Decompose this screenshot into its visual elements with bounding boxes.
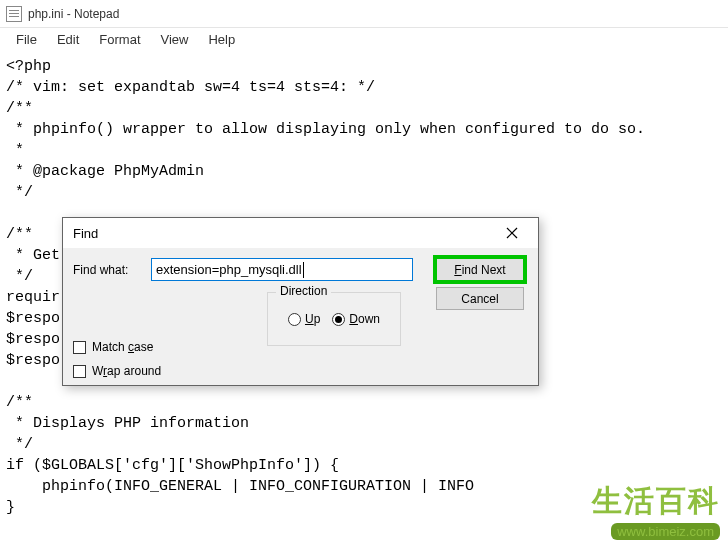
radio-down[interactable]: Down: [332, 312, 380, 326]
find-next-label-rest: ind Next: [462, 263, 506, 277]
notepad-icon: [6, 6, 22, 22]
menu-edit[interactable]: Edit: [47, 30, 89, 49]
close-icon: [506, 227, 518, 239]
direction-groupbox: Direction Up Down: [267, 292, 401, 346]
find-dialog: Find Find what: extension=php_mysqli.dll…: [62, 217, 539, 386]
window-title: php.ini - Notepad: [28, 7, 119, 21]
text-caret: [303, 262, 304, 278]
watermark: 生活百科 www.bimeiz.com: [592, 481, 720, 540]
find-what-label: Find what:: [73, 263, 145, 277]
cancel-button[interactable]: Cancel: [436, 287, 524, 310]
find-what-value: extension=php_mysqli.dll: [156, 262, 302, 277]
window-title-bar: php.ini - Notepad: [0, 0, 728, 28]
menu-view[interactable]: View: [151, 30, 199, 49]
dialog-title-bar[interactable]: Find: [63, 218, 538, 248]
checkbox-wrap-around: [73, 365, 86, 378]
menu-bar: File Edit Format View Help: [0, 28, 728, 52]
direction-label: Direction: [276, 284, 331, 298]
find-what-input[interactable]: extension=php_mysqli.dll: [151, 258, 413, 281]
check-wrap-around[interactable]: Wrap around: [73, 364, 161, 378]
radio-down-indicator: [332, 313, 345, 326]
check-match-case[interactable]: Match case: [73, 340, 161, 354]
menu-file[interactable]: File: [6, 30, 47, 49]
radio-up[interactable]: Up: [288, 312, 320, 326]
watermark-url: www.bimeiz.com: [611, 523, 720, 540]
menu-help[interactable]: Help: [198, 30, 245, 49]
close-button[interactable]: [492, 221, 532, 245]
menu-format[interactable]: Format: [89, 30, 150, 49]
find-next-button[interactable]: Find Next: [436, 258, 524, 281]
checkbox-match-case: [73, 341, 86, 354]
radio-up-indicator: [288, 313, 301, 326]
watermark-text: 生活百科: [592, 481, 720, 522]
dialog-title: Find: [73, 226, 98, 241]
